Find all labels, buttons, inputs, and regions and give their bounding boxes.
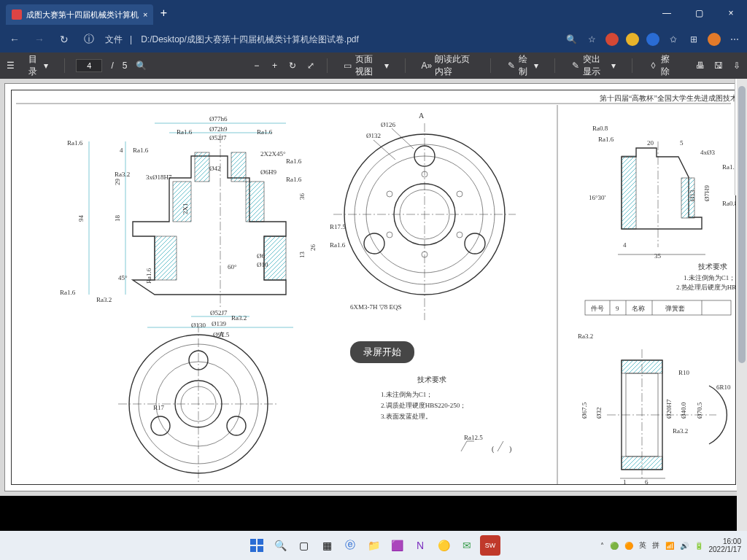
page-view-button[interactable]: ▭页面视图 ▾ [339, 50, 393, 81]
tab-title: 成图大赛第十四届机械类计算机 [26, 9, 139, 20]
draw-button[interactable]: ✎绘制 ▾ [503, 50, 543, 81]
find-icon[interactable]: 🔍 [136, 60, 147, 71]
svg-text:Ø7H9: Ø7H9 [703, 185, 711, 201]
svg-text:Ra0.8: Ra0.8 [592, 125, 608, 132]
svg-text:5: 5 [680, 139, 684, 147]
edge-icon[interactable]: ⓔ [340, 535, 360, 556]
ime-mode[interactable]: 拼 [652, 540, 659, 551]
wifi-icon[interactable]: 📶 [665, 542, 674, 550]
explorer-icon[interactable]: 📁 [363, 535, 384, 556]
svg-point-61 [457, 232, 462, 238]
info-icon[interactable]: ⓘ [80, 31, 98, 48]
file-scheme-badge: 文件 [105, 34, 123, 46]
tab-close-icon[interactable]: × [143, 10, 147, 19]
fit-button[interactable]: ⤢ [306, 60, 315, 71]
solidworks-icon[interactable]: SW [480, 535, 500, 556]
page-input[interactable] [76, 59, 102, 72]
volume-icon[interactable]: 🔊 [680, 542, 689, 550]
ext-red-icon[interactable] [605, 33, 619, 46]
svg-point-108 [227, 416, 246, 435]
svg-point-65 [387, 191, 392, 197]
saveas-button[interactable]: ⇩ [732, 60, 741, 71]
svg-text:Ø70.5: Ø70.5 [696, 402, 703, 419]
svg-text:Ø97.5: Ø97.5 [213, 331, 230, 338]
favorites-bar-icon[interactable]: ✩ [667, 33, 680, 46]
browser-tab[interactable]: 成图大赛第十四届机械类计算机 × [6, 4, 153, 25]
task-view-icon[interactable]: ▢ [293, 535, 314, 556]
page-sep: / [111, 61, 113, 71]
ext-blue-icon[interactable] [646, 33, 659, 46]
onenote-icon[interactable]: N [410, 535, 430, 556]
svg-text:6R10: 6R10 [716, 384, 731, 391]
tray-app-icon[interactable]: 🟢 [610, 542, 619, 550]
scroll-thumb[interactable] [738, 86, 746, 363]
svg-point-62 [387, 232, 392, 238]
svg-text:35: 35 [654, 252, 662, 260]
svg-text:弹簧套: 弹簧套 [665, 305, 685, 312]
battery-icon[interactable]: 🔋 [694, 542, 703, 550]
eraser-icon: ◊ [649, 60, 657, 71]
svg-text:A: A [419, 112, 425, 120]
app-icon-2[interactable]: 🟡 [433, 535, 454, 556]
vertical-scrollbar[interactable] [737, 79, 747, 531]
svg-text:(: ( [492, 445, 495, 454]
page-view-icon: ▭ [344, 60, 352, 71]
collections-icon[interactable]: ⊞ [687, 33, 700, 46]
save-button[interactable]: 🖫 [714, 60, 724, 71]
svg-text:Ra1.6: Ra1.6 [286, 158, 302, 165]
refresh-button[interactable]: ↻ [55, 31, 73, 48]
print-button[interactable]: 🖶 [696, 60, 705, 71]
svg-text:29: 29 [114, 179, 121, 186]
ext-yellow-icon[interactable] [626, 33, 639, 46]
zoom-indicator-icon[interactable]: 🔍 [565, 33, 578, 46]
erase-button[interactable]: ◊擦除 [644, 50, 678, 81]
pdf-viewport[interactable]: 第十四届“高教杯”全国大学生先进成图技术与产品信 [0, 79, 747, 496]
system-tray[interactable]: ˄ 🟢 🟠 英 拼 📶 🔊 🔋 16:00 2022/1/17 [600, 537, 742, 553]
svg-text:Ra1.6: Ra1.6 [145, 268, 152, 284]
toast-text: 录屏开始 [363, 346, 401, 357]
tray-app-icon[interactable]: 🟠 [624, 542, 633, 550]
svg-text:Ra1.6: Ra1.6 [60, 289, 76, 296]
app-icon[interactable]: 🟪 [387, 535, 407, 556]
read-aloud-button[interactable]: A»朗读此页内容 [417, 50, 479, 81]
address-input[interactable] [139, 34, 557, 45]
highlight-button[interactable]: ✎突出显示 ▾ [567, 50, 621, 81]
pen-icon: ✎ [507, 60, 516, 71]
svg-text:技术要求: 技术要求 [417, 376, 446, 384]
widgets-icon[interactable]: ▦ [317, 535, 337, 556]
favorite-icon[interactable]: ☆ [585, 33, 598, 46]
zoom-in-button[interactable]: + [270, 60, 279, 71]
svg-rect-4 [155, 236, 177, 280]
svg-text:Ra1.6: Ra1.6 [598, 136, 614, 143]
search-icon[interactable]: 🔍 [270, 535, 290, 556]
wechat-icon[interactable]: ✉ [457, 535, 477, 556]
clock-time[interactable]: 16:00 [723, 537, 741, 545]
url-separator: | [130, 34, 132, 44]
more-icon[interactable]: ⋯ [728, 33, 741, 46]
svg-text:Ra3.2: Ra3.2 [673, 427, 688, 435]
engineering-drawing: 第十四届“高教杯”全国大学生先进成图技术与产品信 [11, 90, 736, 485]
tray-chevron-icon[interactable]: ˄ [600, 542, 604, 550]
svg-text:20: 20 [647, 139, 654, 147]
svg-text:Ra1.6: Ra1.6 [722, 163, 735, 171]
window-close-button[interactable]: × [715, 0, 747, 26]
svg-rect-72 [622, 156, 636, 229]
hamburger-icon[interactable]: ☰ [6, 60, 15, 71]
window-maximize-button[interactable]: ▢ [683, 0, 715, 26]
svg-text:2X2X45°: 2X2X45° [260, 150, 286, 158]
profile-icon[interactable] [708, 33, 721, 46]
back-button[interactable]: ← [6, 31, 23, 48]
clock-date[interactable]: 2022/1/17 [709, 545, 742, 553]
zoom-out-button[interactable]: − [252, 60, 261, 71]
svg-text:45°: 45° [118, 274, 128, 281]
toc-button[interactable]: 目录 ▾ [24, 50, 53, 81]
svg-text:Ra3.2: Ra3.2 [578, 332, 593, 340]
start-button[interactable] [247, 535, 267, 556]
svg-text:4xØ3: 4xØ3 [700, 149, 715, 156]
ime-indicator[interactable]: 英 [639, 540, 646, 551]
window-minimize-button[interactable]: — [651, 0, 683, 26]
windows-taskbar[interactable]: 🔍 ▢ ▦ ⓔ 📁 🟪 N 🟡 ✉ SW ˄ 🟢 🟠 英 拼 📶 🔊 🔋 16:… [0, 531, 747, 560]
rotate-button[interactable]: ↻ [288, 60, 298, 71]
svg-text:Ra1.6: Ra1.6 [257, 128, 273, 136]
new-tab-button[interactable]: + [153, 3, 174, 23]
